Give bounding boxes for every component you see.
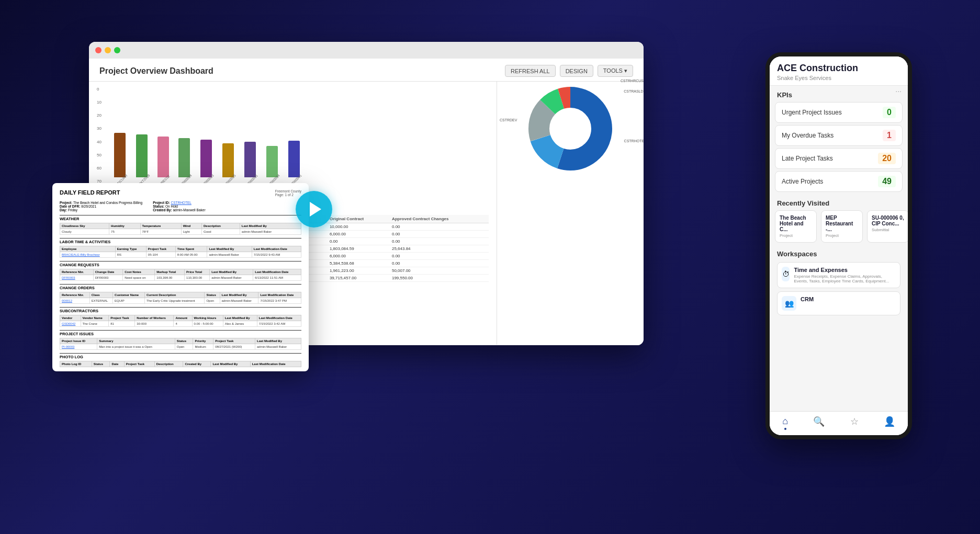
kpi-late-value: 20: [878, 153, 896, 164]
kpi-active-value: 49: [878, 176, 896, 187]
kpi-late[interactable]: Late Project Tasks 20: [775, 148, 903, 169]
bar-chart: 70 60 50 40 30 20 10 0 MU: [97, 87, 489, 184]
time-expenses-icon: ⏱: [782, 267, 790, 281]
kpi-overdue-label: My Overdue Tasks: [782, 132, 833, 139]
fr-subcontractors-table: Vendor Vendor Name Project Task Number o…: [60, 315, 301, 327]
donut-wrapper: CSTRHRCUS CSTRASLDEM CSTRHOTEL CSTRDEV: [528, 87, 612, 173]
dashboard-header: Project Overview Dashboard REFRESH ALL D…: [89, 59, 644, 82]
bar-revrec02-fill: [157, 137, 169, 177]
fr-change-requests-title: CHANGE REQUESTS: [60, 261, 301, 267]
nav-search[interactable]: 🔍: [813, 416, 825, 430]
bar-intmkt2018-fill: [136, 134, 148, 177]
kpi-active[interactable]: Active Projects 49: [775, 171, 903, 192]
donut-svg: [528, 87, 612, 171]
ws-crm-text: CRM: [801, 296, 814, 302]
donut-label-cstrasldem: CSTRASLDEM: [624, 89, 644, 93]
dashboard-title: Project Overview Dashboard: [99, 66, 213, 76]
fr-change-orders-section: CHANGE ORDERS Reference Nbr. Class Custo…: [60, 284, 301, 304]
bar-revrec02[interactable]: REVREC02: [154, 137, 172, 184]
fr-change-requests-table: Reference Nbr. Change Date Cost Notes Ma…: [60, 269, 301, 281]
kpi-overdue[interactable]: My Overdue Tasks 1: [775, 125, 903, 146]
fr-subcontractors-section: SUBCONTRACTORS Vendor Vendor Name Projec…: [60, 307, 301, 327]
rv-card-mep-sub: Project: [826, 233, 858, 238]
vendor-link[interactable]: GSD0042: [62, 322, 75, 325]
donut-label-cstrdev: CSTRDEV: [500, 118, 517, 122]
ws-time-expenses[interactable]: ⏱ Time and Expenses Expense Receipts, Ex…: [777, 262, 900, 288]
bar-pr24-fill: [178, 138, 190, 177]
home-icon: ⌂: [782, 416, 788, 427]
company-name: ACE Construction: [777, 63, 900, 74]
employee-link[interactable]: BRACIEALE-Billy Brachear: [62, 253, 100, 256]
crm-icon: 👥: [782, 296, 796, 311]
fr-project-info-left: Project: The Beach Hotel and Condos Prog…: [60, 201, 142, 212]
ws-crm-title: CRM: [801, 296, 814, 302]
rv-card-mep[interactable]: MEP Restaurant -... Project: [821, 210, 863, 243]
minimize-button[interactable]: [105, 47, 111, 53]
kpi-late-label: Late Project Tasks: [782, 155, 833, 162]
fr-header-left: DAILY FIELD REPORT: [60, 189, 120, 197]
rv-card-su-sub: Submittal: [872, 228, 904, 232]
person-icon: 👤: [884, 416, 895, 427]
fr-project-issues-section: PROJECT ISSUES Project Issue ID Summary …: [60, 330, 301, 350]
fr-subcontractors-title: SUBCONTRACTORS: [60, 307, 301, 313]
fr-project-info-right: Project ID: CSTRHOTEL Status: On Hold Cr…: [153, 201, 205, 212]
fr-project-id-link[interactable]: CSTRHOTEL: [171, 201, 191, 204]
rv-card-beach[interactable]: The Beach Hotel and C... Project: [775, 210, 817, 243]
bar-multicurr-fill: [114, 133, 126, 177]
table-row: PI-00003 Man into a project issue it was…: [60, 344, 301, 350]
nav-home[interactable]: ⌂: [782, 416, 788, 430]
co-link[interactable]: 000012: [62, 299, 72, 302]
donut-label-cstrhrcus: CSTRHRCUS: [621, 79, 644, 83]
bar-pr25[interactable]: PR00000025: [218, 143, 238, 184]
tools-button[interactable]: TOOLS ▾: [598, 65, 633, 77]
recently-visited-cards: The Beach Hotel and C... Project MEP Res…: [770, 210, 908, 247]
bar-pr41[interactable]: PR00000041: [284, 141, 304, 184]
close-button[interactable]: [95, 47, 102, 53]
bar-pr31[interactable]: PR00000031: [240, 142, 260, 184]
video-overlay: [262, 178, 366, 241]
table-row: BRACIEALE-Billy Brachear RS 05-104 8:00 …: [60, 252, 301, 258]
search-icon: 🔍: [813, 416, 825, 427]
bar-pr24[interactable]: PR00000024: [174, 138, 194, 184]
ws-time-sub: Expense Receipts, Expense Claims, Approv…: [794, 274, 896, 283]
fr-change-orders-title: CHANGE ORDERS: [60, 284, 301, 290]
table-row: DFR0003 DFR0003 Need space on 103,398.00…: [60, 275, 301, 281]
nav-profile[interactable]: 👤: [884, 416, 895, 430]
kpi-overdue-value: 1: [883, 130, 896, 141]
mobile-nav: ⌂ 🔍 ☆ 👤: [770, 411, 908, 435]
kpi-urgent[interactable]: Urgent Project Issues 0: [775, 102, 903, 123]
bar-multicurr[interactable]: MULTICURR: [110, 133, 130, 184]
maximize-button[interactable]: [114, 47, 120, 53]
fr-change-orders-table: Reference Nbr. Class Customer Name Curre…: [60, 292, 301, 304]
cr-link[interactable]: DFR0003: [62, 276, 75, 279]
play-button[interactable]: [296, 191, 332, 228]
rv-card-beach-sub: Project: [780, 233, 812, 238]
rv-card-su[interactable]: SU-000006 0, CIP Conc... Submittal: [867, 210, 908, 243]
ws-crm[interactable]: 👥 CRM: [777, 291, 900, 315]
fr-project-issues-table: Project Issue ID Summary Status Priority…: [60, 338, 301, 350]
mobile-header: ACE Construction Snake Eyes Services: [770, 56, 908, 86]
design-button[interactable]: DESIGN: [560, 65, 593, 77]
bar-chart-yaxis: 70 60 50 40 30 20 10 0: [97, 87, 102, 184]
fr-title: DAILY FIELD REPORT: [60, 189, 120, 196]
fr-photo-log-table: Photo Log ID Status Date Project Task De…: [60, 361, 301, 367]
fr-photo-log-title: PHOTO LOG: [60, 353, 301, 359]
nav-favorites[interactable]: ☆: [850, 416, 859, 430]
fr-labor-section: LABOR TIME & ACTIVITIES Employee Earning…: [60, 238, 301, 258]
rv-card-mep-title: MEP Restaurant -...: [826, 215, 858, 232]
kpis-section-title: KPIs: [770, 86, 908, 102]
nav-home-indicator: [784, 428, 786, 430]
issue-link[interactable]: PI-00003: [62, 345, 74, 348]
bar-pr23[interactable]: PR00000023: [196, 140, 216, 184]
mobile-panel: ACE Construction Snake Eyes Services KPI…: [765, 52, 912, 439]
svg-point-5: [550, 109, 590, 149]
fr-photo-log-section: PHOTO LOG Photo Log ID Status Date Proje…: [60, 353, 301, 367]
kpis-more-icon[interactable]: ···: [895, 87, 902, 95]
bar-pr25-fill: [222, 143, 234, 177]
dashboard-actions: REFRESH ALL DESIGN TOOLS ▾: [505, 65, 633, 77]
refresh-all-button[interactable]: REFRESH ALL: [505, 65, 556, 77]
bar-intmkt2018[interactable]: INTMKT2018: [132, 134, 152, 184]
col-approved: Approved Contract Changes: [390, 215, 489, 223]
company-subtitle: Snake Eyes Services: [777, 75, 900, 81]
mobile-content: ACE Construction Snake Eyes Services KPI…: [770, 56, 908, 435]
